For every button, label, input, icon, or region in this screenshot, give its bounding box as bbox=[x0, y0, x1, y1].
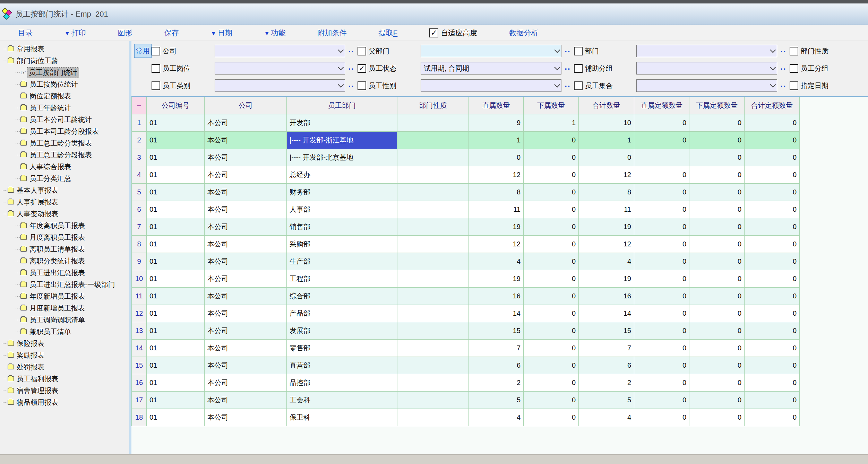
ellipsis-picker-label[interactable]: .. bbox=[561, 62, 574, 75]
ellipsis-picker-label[interactable]: .. bbox=[561, 79, 574, 92]
table-cell[interactable]: 保卫科 bbox=[287, 409, 397, 426]
filter-checkbox[interactable] bbox=[574, 64, 583, 73]
table-cell[interactable]: 0 bbox=[634, 236, 689, 253]
table-cell[interactable]: 4 bbox=[579, 409, 634, 426]
table-cell[interactable]: 0 bbox=[745, 392, 800, 409]
menu-item-7[interactable]: 附加条件 bbox=[318, 28, 347, 38]
table-cell[interactable] bbox=[397, 132, 469, 149]
column-header[interactable]: 公司 bbox=[205, 97, 287, 114]
table-cell[interactable]: 11 bbox=[579, 201, 634, 218]
table-cell[interactable] bbox=[397, 305, 469, 322]
column-header[interactable]: 员工部门 bbox=[287, 97, 397, 114]
table-cell[interactable]: 5 bbox=[579, 392, 634, 409]
table-cell[interactable]: 16 bbox=[579, 288, 634, 305]
table-cell[interactable]: 0 bbox=[745, 270, 800, 288]
filter-dropdown[interactable] bbox=[636, 62, 777, 75]
table-cell[interactable]: 本公司 bbox=[205, 305, 287, 322]
table-cell[interactable]: 0 bbox=[745, 253, 800, 270]
table-cell[interactable]: 7 bbox=[469, 340, 524, 357]
table-cell[interactable]: 01 bbox=[147, 253, 205, 270]
table-cell[interactable]: 本公司 bbox=[205, 132, 287, 149]
row-number[interactable]: 7 bbox=[131, 218, 147, 236]
row-number[interactable]: 16 bbox=[131, 374, 147, 392]
table-cell[interactable] bbox=[634, 149, 689, 166]
table-cell[interactable]: 0 bbox=[524, 132, 579, 149]
table-cell[interactable]: 01 bbox=[147, 322, 205, 340]
table-cell[interactable] bbox=[397, 184, 469, 201]
row-number[interactable]: 11 bbox=[131, 288, 147, 305]
row-number[interactable]: 10 bbox=[131, 270, 147, 288]
row-number[interactable]: 15 bbox=[131, 357, 147, 374]
table-cell[interactable]: 0 bbox=[634, 374, 689, 392]
table-cell[interactable]: 本公司 bbox=[205, 236, 287, 253]
table-cell[interactable]: 9 bbox=[469, 114, 524, 132]
table-cell[interactable]: |---- 开发部-北京基地 bbox=[287, 149, 397, 166]
table-cell[interactable]: 01 bbox=[147, 392, 205, 409]
table-cell[interactable]: 16 bbox=[469, 288, 524, 305]
tree-item-25[interactable]: 兼职员工清单 bbox=[0, 326, 129, 338]
table-cell[interactable]: 0 bbox=[524, 149, 579, 166]
tree-item-27[interactable]: 奖励报表 bbox=[0, 349, 129, 361]
table-cell[interactable]: 4 bbox=[469, 253, 524, 270]
table-cell[interactable]: 0 bbox=[745, 340, 800, 357]
table-cell[interactable]: 0 bbox=[634, 305, 689, 322]
column-header[interactable]: 直属定额数量 bbox=[634, 97, 689, 114]
table-cell[interactable]: 0 bbox=[524, 322, 579, 340]
table-cell[interactable]: 0 bbox=[745, 305, 800, 322]
table-cell[interactable]: 0 bbox=[689, 392, 745, 409]
ellipsis-picker-label[interactable]: .. bbox=[777, 62, 790, 75]
table-cell[interactable]: 01 bbox=[147, 218, 205, 236]
filter-checkbox[interactable] bbox=[790, 81, 798, 90]
table-cell[interactable]: 19 bbox=[469, 218, 524, 236]
tree-item-9[interactable]: 员工总工龄分类报表 bbox=[0, 137, 129, 149]
table-cell[interactable]: 14 bbox=[579, 305, 634, 322]
filter-checkbox[interactable] bbox=[358, 47, 366, 55]
menu-item-2[interactable]: ▼打印 bbox=[65, 28, 86, 38]
table-cell[interactable] bbox=[397, 149, 469, 166]
filter-checkbox[interactable] bbox=[574, 47, 583, 55]
table-cell[interactable]: 生产部 bbox=[287, 253, 397, 270]
table-cell[interactable]: 19 bbox=[579, 218, 634, 236]
table-cell[interactable]: 0 bbox=[634, 357, 689, 374]
collapse-all-header[interactable]: − bbox=[131, 97, 147, 114]
column-header[interactable]: 下属定额数量 bbox=[689, 97, 745, 114]
table-cell[interactable]: 直营部 bbox=[287, 357, 397, 374]
ellipsis-picker-label[interactable]: .. bbox=[777, 45, 790, 57]
table-cell[interactable] bbox=[397, 270, 469, 288]
menu-item-1[interactable]: 目录 bbox=[18, 28, 33, 38]
ellipsis-picker-label[interactable]: .. bbox=[345, 62, 358, 75]
table-cell[interactable]: 本公司 bbox=[205, 322, 287, 340]
row-number[interactable]: 14 bbox=[131, 340, 147, 357]
table-cell[interactable]: 品控部 bbox=[287, 374, 397, 392]
table-cell[interactable]: 01 bbox=[147, 357, 205, 374]
tree-item-13[interactable]: 基本人事报表 bbox=[0, 184, 129, 196]
table-cell[interactable]: 0 bbox=[689, 322, 745, 340]
table-cell[interactable]: 0 bbox=[524, 236, 579, 253]
table-cell[interactable] bbox=[397, 218, 469, 236]
tree-item-22[interactable]: 年度新增员工报表 bbox=[0, 290, 129, 302]
table-cell[interactable]: 0 bbox=[634, 114, 689, 132]
table-cell[interactable]: 1 bbox=[469, 132, 524, 149]
filter-dropdown[interactable] bbox=[421, 45, 561, 57]
filter-checkbox[interactable] bbox=[790, 64, 798, 73]
tree-item-4[interactable]: 员工按岗位统计 bbox=[0, 78, 129, 90]
autofit-height-checkbox[interactable]: ✓ bbox=[429, 28, 438, 37]
table-cell[interactable]: 本公司 bbox=[205, 253, 287, 270]
table-cell[interactable] bbox=[397, 114, 469, 132]
table-cell[interactable]: 0 bbox=[634, 322, 689, 340]
row-number[interactable]: 17 bbox=[131, 392, 147, 409]
table-cell[interactable]: 01 bbox=[147, 201, 205, 218]
table-cell[interactable]: 0 bbox=[634, 409, 689, 426]
table-cell[interactable] bbox=[397, 409, 469, 426]
table-cell[interactable]: 0 bbox=[524, 201, 579, 218]
ellipsis-picker-label[interactable]: .. bbox=[345, 45, 358, 57]
table-cell[interactable]: 0 bbox=[689, 149, 745, 166]
table-cell[interactable]: 本公司 bbox=[205, 184, 287, 201]
tree-item-12[interactable]: 员工分类汇总 bbox=[0, 173, 129, 184]
table-cell[interactable]: 发展部 bbox=[287, 322, 397, 340]
table-cell[interactable]: 本公司 bbox=[205, 166, 287, 184]
table-cell[interactable]: 本公司 bbox=[205, 392, 287, 409]
table-cell[interactable]: 0 bbox=[524, 340, 579, 357]
table-cell[interactable]: 0 bbox=[689, 166, 745, 184]
table-cell[interactable]: 2 bbox=[469, 374, 524, 392]
